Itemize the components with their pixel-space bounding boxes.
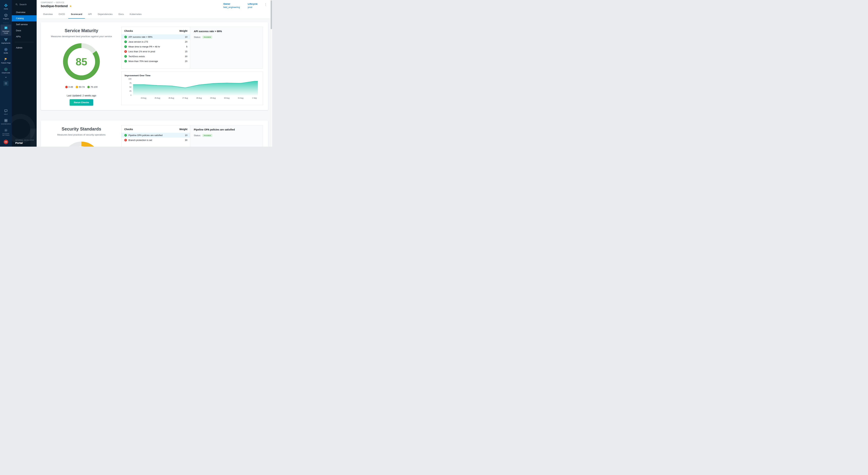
sidebar-item-self-service[interactable]: Self service (12, 21, 37, 27)
account-settings-gear-icon (4, 128, 8, 132)
check-row[interactable]: ✓API success rate > 99%10 (122, 34, 190, 39)
rail-item-feature-flags[interactable]: Feature Flags (1, 56, 11, 65)
rail-item-account-settings[interactable]: ACCOUNT SETTINGS (1, 127, 11, 138)
scorecard-detail-area: Checks Weight ✓API success rate > 99%10✓… (121, 27, 263, 106)
legend-dot-icon (87, 86, 90, 88)
check-detail-panel: API success rate > 99% Status: PASSED (190, 27, 262, 68)
check-label: Java version is LTS (128, 40, 183, 43)
sidebar-item-docs[interactable]: Docs (12, 27, 37, 33)
check-failed-icon: ✕ (124, 139, 127, 142)
projects-icon (4, 13, 8, 17)
lifecycle-value[interactable]: prod (248, 6, 257, 8)
scorecard-content: Service Maturity Measures development be… (37, 19, 272, 147)
scorecard-title: Security Standards (46, 126, 117, 131)
rail-item-projects[interactable]: Projects (1, 12, 11, 21)
svg-text:26 Aug: 26 Aug (168, 97, 174, 99)
check-row[interactable]: ✓TechDocs exists30 (122, 54, 190, 59)
sidebar-decoration (12, 114, 35, 144)
kebab-menu-icon[interactable]: ⋮ (263, 3, 268, 6)
chart-title: Improvement Over Time (125, 74, 259, 77)
check-label: Pipeline OPA policies are satisfied (128, 134, 183, 137)
score-gauge (63, 142, 100, 147)
breadcrumb: COMPONENT — SERVICE (41, 2, 72, 3)
rail-item-label: Cloud Costs (2, 72, 10, 74)
svg-text:28 Aug: 28 Aug (196, 97, 202, 99)
check-label: Branch protection is set (128, 139, 183, 142)
tab-ci-cd[interactable]: CI/CD (56, 9, 67, 19)
check-weight: 20 (185, 40, 187, 43)
dashboards-icon (4, 119, 8, 122)
check-row[interactable]: ✓More than 70% test coverage20 (122, 59, 190, 64)
sidebar-item-admin[interactable]: Admin (12, 44, 37, 51)
rail-item-label: Deployments (1, 42, 10, 44)
check-row[interactable]: ✓Java version is LTS20 (122, 39, 190, 44)
owner-label: Owner (223, 3, 240, 5)
sidebar-menu: OverviewCatalogSelf serviceDocsAPIsAdmin (12, 8, 37, 51)
rail-item-builds[interactable]: Builds (1, 46, 11, 55)
tab-overview[interactable]: Overview (40, 9, 55, 19)
search-placeholder: Search (20, 3, 27, 6)
scrollbar-thumb[interactable] (271, 0, 272, 29)
sidebar-item-apis[interactable]: APIs (12, 33, 37, 40)
sidebar-footer-title: Portal (15, 142, 34, 144)
tab-scorecard[interactable]: Scorecard (68, 9, 85, 19)
rail-item-label: Feature Flags (1, 62, 10, 64)
owner-link[interactable]: field_engineering (223, 6, 240, 8)
sidebar-footer-eyebrow: INTERNAL DEVELOPER (15, 139, 34, 141)
check-weight: 30 (185, 139, 187, 142)
tab-dependencies[interactable]: Dependencies (95, 9, 115, 19)
rail-item-label: DASHBOARDS (1, 123, 11, 125)
cloud-costs-icon: $ (4, 67, 8, 71)
deployments-icon (4, 38, 8, 41)
score-legend: 0-4950-7475-100 (46, 86, 117, 88)
sidebar-item-overview[interactable]: Overview (12, 9, 37, 15)
check-row[interactable]: ✓Pipeline OPA policies are satisfied10 (122, 133, 190, 138)
legend-label: 0-49 (68, 86, 73, 88)
check-passed-icon: ✓ (124, 134, 127, 137)
checks-and-detail-panel: Checks Weight ✓API success rate > 99%10✓… (121, 27, 263, 68)
search-icon (15, 3, 18, 6)
legend-label: 75-100 (90, 86, 97, 88)
tab-kubernetes[interactable]: Kubernetes (127, 9, 144, 19)
rail-item-label: Builds (4, 52, 8, 54)
lifecycle-label: Lifecycle (248, 3, 257, 5)
check-row[interactable]: ✕Less than 1% error in prod15 (122, 49, 190, 54)
check-row[interactable]: ✕Branch protection is set30 (122, 138, 190, 143)
chevron-down-icon[interactable] (4, 76, 7, 80)
check-weight: 10 (185, 36, 187, 38)
check-row[interactable]: ✓Mean time to merge PR < 48 hr5 (122, 44, 190, 49)
tab-docs[interactable]: Docs (116, 9, 126, 19)
sidebar-footer: INTERNAL DEVELOPER Portal (15, 139, 34, 144)
scorecard-detail-area: Checks Weight ✓Pipeline OPA policies are… (121, 125, 263, 147)
scorecard-summary: Security Standards Measures best practic… (46, 125, 117, 147)
favorite-star-icon[interactable]: ★ (69, 5, 72, 8)
search-input[interactable]: Search (12, 0, 37, 8)
rail-item-home[interactable]: Home (1, 2, 11, 11)
rail-item-developer-portal[interactable]: Developer Portal (1, 25, 11, 36)
check-weight: 30 (185, 55, 187, 58)
svg-text:75: 75 (129, 82, 132, 84)
sidebar-item-catalog[interactable]: Catalog (12, 15, 37, 21)
status-badge: PASSED (203, 134, 212, 137)
rail-item-deployments[interactable]: Deployments (1, 36, 11, 46)
tab-api[interactable]: API (86, 9, 95, 19)
improvement-chart-panel: Improvement Over Time 025507510024 Aug25… (121, 71, 263, 105)
svg-text:$: $ (5, 68, 6, 70)
module-grid-button[interactable] (3, 81, 8, 86)
svg-text:25 Aug: 25 Aug (155, 97, 160, 99)
rail-item-dashboards[interactable]: DASHBOARDS (1, 117, 11, 126)
check-label: Mean time to merge PR < 48 hr (128, 46, 185, 48)
check-passed-icon: ✓ (124, 55, 127, 58)
module-sidebar: Search OverviewCatalogSelf serviceDocsAP… (12, 0, 37, 147)
svg-text:30 Aug: 30 Aug (224, 97, 229, 99)
rail-item-cloud-costs[interactable]: $ Cloud Costs (1, 66, 11, 75)
user-avatar[interactable]: HM (4, 140, 8, 144)
improvement-chart: 025507510024 Aug25 Aug26 Aug27 Aug28 Aug… (125, 78, 259, 104)
scorecard-title: Service Maturity (46, 28, 117, 33)
rail-item-help[interactable]: HELP (1, 108, 11, 117)
rerun-checks-button[interactable]: Rerun Checks (70, 99, 93, 106)
check-passed-icon: ✓ (124, 46, 127, 48)
developer-portal-icon (4, 26, 8, 30)
app-window: Home Projects Developer Portal Deploymen… (0, 0, 272, 147)
help-icon (4, 109, 8, 113)
